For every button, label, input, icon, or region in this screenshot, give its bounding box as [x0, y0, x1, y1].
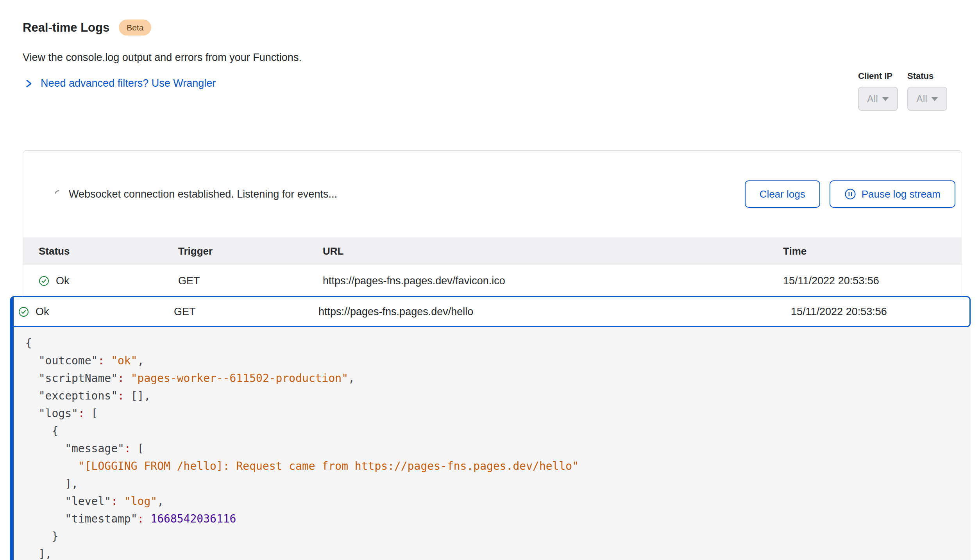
beta-badge: Beta [119, 20, 151, 36]
logs-card: Websocket connection established. Listen… [23, 150, 962, 296]
websocket-status-message: Websocket connection established. Listen… [69, 188, 337, 200]
filter-client-ip: Client IP All [858, 71, 898, 111]
status-label: Status [907, 71, 934, 81]
caret-down-icon [882, 97, 889, 101]
expanded-row-status-cell: Ok [14, 306, 174, 318]
client-ip-dropdown[interactable]: All [858, 87, 898, 111]
expanded-row-url-cell: https://pages-fns.pages.dev/hello [318, 306, 791, 318]
spinner-icon [53, 189, 64, 200]
row-status-text: Ok [56, 275, 70, 287]
toolbar-buttons: Clear logs Pause log stream [745, 180, 955, 208]
row-trigger-cell: GET [178, 275, 323, 287]
page-title: Real-time Logs [23, 21, 109, 35]
caret-down-icon [931, 97, 938, 101]
filter-status: Status All [907, 71, 947, 111]
success-check-icon [18, 307, 29, 317]
title-row: Real-time Logs Beta [23, 20, 151, 36]
pause-log-stream-label: Pause log stream [862, 188, 941, 200]
chevron-right-icon [25, 78, 33, 89]
clear-logs-button[interactable]: Clear logs [745, 180, 820, 208]
table-row[interactable]: Ok GET https://pages-fns.pages.dev/favic… [23, 265, 962, 296]
expanded-log-entry: Ok GET https://pages-fns.pages.dev/hello… [10, 296, 971, 560]
client-ip-value: All [867, 93, 878, 105]
expanded-table-row[interactable]: Ok GET https://pages-fns.pages.dev/hello… [14, 296, 971, 327]
wrangler-link[interactable]: Need advanced filters? Use Wrangler [41, 77, 216, 89]
log-detail-panel: { "outcome": "ok", "scriptName": "pages-… [14, 327, 971, 560]
client-ip-label: Client IP [858, 71, 892, 81]
clear-logs-label: Clear logs [760, 188, 805, 200]
column-header-time: Time [783, 245, 962, 257]
pause-circle-icon [844, 188, 856, 200]
row-status-cell: Ok [23, 275, 178, 287]
status-dropdown[interactable]: All [907, 87, 947, 111]
wrangler-link-row[interactable]: Need advanced filters? Use Wrangler [25, 77, 216, 89]
column-header-trigger: Trigger [178, 245, 323, 257]
page-subtitle: View the console.log output and errors f… [23, 52, 302, 64]
column-header-status: Status [23, 245, 178, 257]
expanded-row-trigger-cell: GET [174, 306, 318, 318]
log-json-output: { "outcome": "ok", "scriptName": "pages-… [25, 334, 959, 560]
pause-log-stream-button[interactable]: Pause log stream [830, 180, 955, 208]
expanded-row-time-cell: 15/11/2022 20:53:56 [791, 306, 969, 318]
filters: Client IP All Status All [858, 71, 947, 111]
row-time-cell: 15/11/2022 20:53:56 [783, 275, 962, 287]
logs-toolbar: Websocket connection established. Listen… [23, 151, 962, 237]
page-header: Real-time Logs Beta [23, 20, 151, 36]
column-header-url: URL [323, 245, 783, 257]
success-check-icon [39, 276, 49, 286]
realtime-logs-page: { "page": { "title": "Real-time Logs", "… [0, 0, 980, 560]
row-url-cell: https://pages-fns.pages.dev/favicon.ico [323, 275, 783, 287]
status-value: All [916, 93, 927, 105]
table-header: Status Trigger URL Time [23, 237, 962, 265]
expanded-row-status-text: Ok [36, 306, 49, 318]
